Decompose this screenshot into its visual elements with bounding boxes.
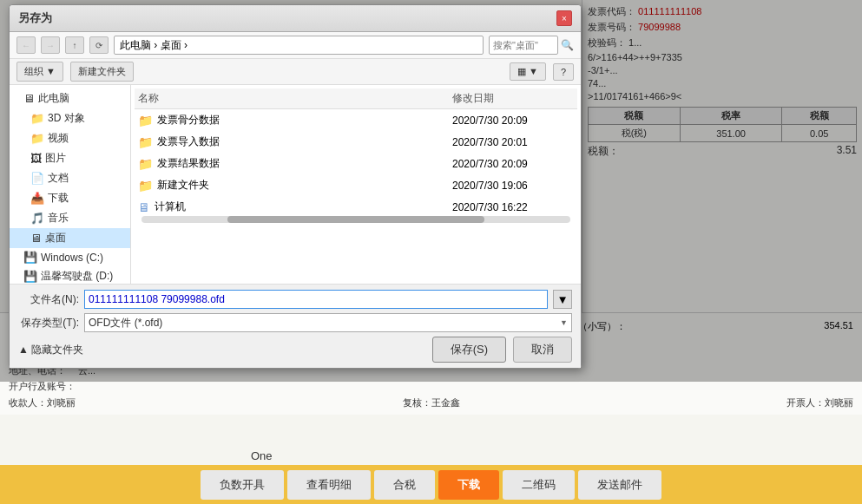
search-input[interactable] xyxy=(489,36,558,55)
dialog-title: 另存为 xyxy=(18,10,52,26)
file-name: 计算机 xyxy=(155,200,186,214)
sidebar-item-windows-c[interactable]: 💾 Windows (C:) xyxy=(10,248,130,266)
send-email-button[interactable]: 发送邮件 xyxy=(578,470,661,500)
download-button[interactable]: 下载 xyxy=(438,470,499,500)
sidebar-item-thispc[interactable]: 🖥 此电脑 xyxy=(10,88,130,108)
dialog-close-button[interactable]: × xyxy=(556,10,572,26)
sidebar-item-label: 文档 xyxy=(48,171,69,186)
sidebar-item-documents[interactable]: 📄 文档 xyxy=(10,168,130,188)
qrcode-button[interactable]: 二维码 xyxy=(503,470,575,500)
file-date: 2020/7/30 16:22 xyxy=(452,201,574,213)
dropdown-arrow-icon: ▼ xyxy=(560,318,568,327)
issuer-label: 开票人：刘晓丽 xyxy=(786,396,853,409)
view-button[interactable]: ▦ ▼ xyxy=(510,62,546,81)
sidebar-item-video[interactable]: 📁 视频 xyxy=(10,128,130,148)
view-detail-button[interactable]: 查看明细 xyxy=(287,470,371,500)
file-name: 发票结果数据 xyxy=(157,156,220,171)
music-icon: 🎵 xyxy=(30,212,44,225)
filetype-label: 保存类型(T): xyxy=(18,316,79,331)
sidebar-tree: 🖥 此电脑 📁 3D 对象 📁 视频 🖼 图片 📄 文档 📥 下载 xyxy=(10,85,131,284)
nav-up-button[interactable]: ↑ xyxy=(65,36,84,54)
sidebar-item-label: 此电脑 xyxy=(38,91,69,106)
thispc-icon: 🖥 xyxy=(23,92,35,105)
nav-refresh-button[interactable]: ⟳ xyxy=(89,36,109,54)
sidebar-item-pictures[interactable]: 🖼 图片 xyxy=(10,148,130,168)
file-date: 2020/7/30 20:09 xyxy=(452,158,574,170)
filetype-dropdown[interactable]: OFD文件 (*.ofd) ▼ xyxy=(84,313,572,332)
search-bar: 🔍 xyxy=(489,36,574,55)
sidebar-item-label: Windows (C:) xyxy=(41,252,103,264)
save-button[interactable]: 保存(S) xyxy=(432,337,506,363)
file-name: 新建文件夹 xyxy=(157,178,209,193)
sidebar-item-label: 温馨驾驶盘 (D:) xyxy=(41,269,113,284)
horizontal-scrollbar[interactable] xyxy=(141,216,570,223)
sidebar-item-label: 下载 xyxy=(48,191,69,206)
sidebar-item-3d[interactable]: 📁 3D 对象 xyxy=(10,108,130,128)
folder-icon: 📁 xyxy=(138,135,153,149)
drive-c-icon: 💾 xyxy=(23,251,37,264)
new-folder-button[interactable]: 新建文件夹 xyxy=(70,62,134,82)
file-date: 2020/7/30 20:01 xyxy=(452,136,574,148)
cancel-button[interactable]: 取消 xyxy=(513,337,572,363)
file-name: 发票导入数据 xyxy=(157,134,220,149)
downloads-icon: 📥 xyxy=(30,192,44,205)
receiver-label: 收款人：刘晓丽 xyxy=(9,396,76,409)
dialog-toolbar: 组织 ▼ 新建文件夹 ▦ ▼ ? xyxy=(10,59,581,85)
seller-bank-value xyxy=(78,380,853,393)
dialog-action-row: ▲ 隐藏文件夹 保存(S) 取消 xyxy=(18,337,572,363)
help-button[interactable]: ? xyxy=(553,63,574,81)
seller-bank-row: 开户行及账号： xyxy=(9,380,853,393)
nav-back-button[interactable]: ← xyxy=(16,36,36,54)
file-date: 2020/7/30 19:06 xyxy=(452,180,574,192)
action-buttons: 保存(S) 取消 xyxy=(432,337,572,363)
pictures-icon: 🖼 xyxy=(30,152,42,165)
sidebar-item-music[interactable]: 🎵 音乐 xyxy=(10,208,130,228)
file-name: 发票骨分数据 xyxy=(157,113,220,128)
file-item-fanpiao-import[interactable]: 📁 发票导入数据 2020/7/30 20:01 xyxy=(135,131,577,153)
seller-bank-label: 开户行及账号： xyxy=(9,380,78,393)
sidebar-item-desktop[interactable]: 🖥 桌面 xyxy=(10,228,130,248)
file-item-new-folder[interactable]: 📁 新建文件夹 2020/7/30 19:06 xyxy=(135,174,577,196)
sidebar-item-label: 音乐 xyxy=(48,211,69,226)
breadcrumb-bar[interactable]: 此电脑 › 桌面 › xyxy=(114,36,484,55)
footer-one-text: One xyxy=(251,449,273,462)
nav-forward-button[interactable]: → xyxy=(41,36,60,54)
file-item-fanpiao-result[interactable]: 📁 发票结果数据 2020/7/30 20:09 xyxy=(135,153,577,174)
drive-d-icon: 💾 xyxy=(23,270,37,283)
organize-button[interactable]: 组织 ▼ xyxy=(16,62,63,82)
reviewer-label: 复核：王金鑫 xyxy=(403,396,460,409)
sidebar-item-drive-d[interactable]: 💾 温馨驾驶盘 (D:) xyxy=(10,266,130,284)
search-icon: 🔍 xyxy=(561,39,574,51)
dialog-bottom: 文件名(N): ▼ 保存类型(T): OFD文件 (*.ofd) ▼ ▲ 隐藏文… xyxy=(10,284,581,368)
sidebar-item-label: 3D 对象 xyxy=(48,111,85,126)
dialog-nav-bar: ← → ↑ ⟳ 此电脑 › 桌面 › 🔍 xyxy=(10,32,581,59)
file-list: 名称 修改日期 📁 发票骨分数据 2020/7/30 20:09 📁 发票导入数… xyxy=(131,85,581,284)
file-item-fanpiao-bone[interactable]: 📁 发票骨分数据 2020/7/30 20:09 xyxy=(135,109,577,131)
negative-invoice-button[interactable]: 负数开具 xyxy=(201,470,284,500)
folder-icon: 📁 xyxy=(138,157,153,171)
filetype-field-row: 保存类型(T): OFD文件 (*.ofd) ▼ xyxy=(18,313,572,332)
sidebar-item-label: 桌面 xyxy=(45,231,66,245)
bottom-toolbar: 负数开具 查看明细 合税 下载 二维码 发送邮件 xyxy=(0,465,862,504)
breadcrumb: 此电脑 › 桌面 › xyxy=(120,38,188,53)
sidebar-item-downloads[interactable]: 📥 下载 xyxy=(10,188,130,208)
file-icon: 🖥 xyxy=(138,200,150,214)
column-header-date[interactable]: 修改日期 xyxy=(452,91,574,106)
filename-dropdown-button[interactable]: ▼ xyxy=(553,290,572,309)
hide-folders-link[interactable]: ▲ 隐藏文件夹 xyxy=(18,343,83,357)
filename-input[interactable] xyxy=(84,290,548,309)
video-icon: 📁 xyxy=(30,132,44,145)
dialog-titlebar: 另存为 × xyxy=(10,5,581,32)
sidebar-item-label: 图片 xyxy=(45,151,66,166)
file-date: 2020/7/30 20:09 xyxy=(452,115,574,127)
3d-icon: 📁 xyxy=(30,112,44,125)
sidebar-item-label: 视频 xyxy=(48,131,69,146)
dialog-body: 🖥 此电脑 📁 3D 对象 📁 视频 🖼 图片 📄 文档 📥 下载 xyxy=(10,85,581,284)
column-header-name[interactable]: 名称 xyxy=(138,91,452,106)
file-save-dialog: 另存为 × ← → ↑ ⟳ 此电脑 › 桌面 › 🔍 组织 ▼ 新建文件夹 ▦ … xyxy=(9,4,582,369)
folder-icon: 📁 xyxy=(138,114,153,128)
signatures-row: 收款人：刘晓丽 复核：王金鑫 开票人：刘晓丽 xyxy=(9,396,853,409)
documents-icon: 📄 xyxy=(30,172,44,185)
desktop-icon: 🖥 xyxy=(30,232,42,245)
combined-tax-button[interactable]: 合税 xyxy=(374,470,435,500)
